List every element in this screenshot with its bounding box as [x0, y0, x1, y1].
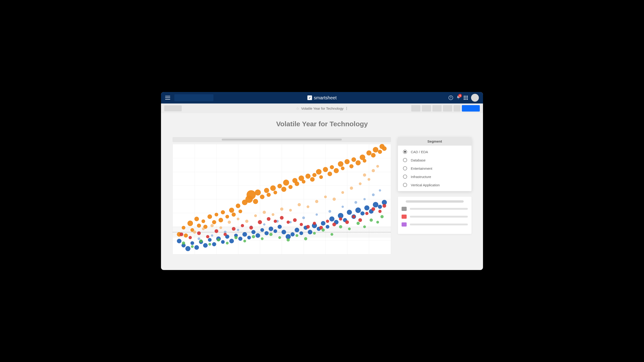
data-point[interactable]	[376, 165, 379, 168]
data-point[interactable]	[370, 218, 373, 222]
data-point[interactable]	[197, 231, 201, 235]
data-point[interactable]	[379, 189, 381, 192]
data-point[interactable]	[372, 169, 375, 172]
data-point[interactable]	[306, 206, 309, 208]
data-point[interactable]	[278, 225, 282, 229]
data-point[interactable]	[363, 159, 366, 162]
data-point[interactable]	[206, 235, 209, 238]
data-point[interactable]	[313, 232, 316, 234]
data-point[interactable]	[266, 193, 271, 197]
data-point[interactable]	[249, 226, 253, 230]
data-point[interactable]	[255, 190, 261, 196]
data-point[interactable]	[300, 231, 303, 235]
data-point[interactable]	[264, 188, 269, 193]
data-point[interactable]	[363, 174, 366, 177]
data-point[interactable]	[323, 167, 328, 172]
kebab-icon[interactable]	[346, 106, 348, 111]
data-point[interactable]	[326, 220, 329, 223]
data-point[interactable]	[208, 214, 212, 219]
data-point[interactable]	[186, 246, 190, 251]
data-point[interactable]	[197, 224, 201, 228]
data-point[interactable]	[298, 203, 301, 206]
data-point[interactable]	[256, 233, 260, 238]
data-point[interactable]	[258, 220, 262, 224]
data-point[interactable]	[295, 182, 299, 186]
data-point[interactable]	[194, 217, 199, 221]
toolbar-button-4[interactable]	[443, 105, 452, 112]
data-point[interactable]	[341, 166, 344, 170]
data-point[interactable]	[252, 235, 255, 238]
data-point[interactable]	[290, 232, 295, 236]
data-point[interactable]	[342, 206, 344, 208]
data-point[interactable]	[274, 191, 277, 194]
data-point[interactable]	[352, 157, 356, 162]
data-point[interactable]	[220, 226, 222, 229]
data-point[interactable]	[319, 175, 323, 179]
data-point[interactable]	[378, 210, 382, 213]
data-point[interactable]	[308, 230, 312, 234]
data-point[interactable]	[358, 218, 362, 222]
data-point[interactable]	[191, 245, 194, 248]
data-point[interactable]	[373, 202, 378, 208]
data-point[interactable]	[341, 191, 344, 194]
notifications-button[interactable]: 4	[456, 95, 460, 100]
toolbar-button-5[interactable]	[454, 105, 460, 112]
data-point[interactable]	[315, 200, 318, 203]
data-point[interactable]	[274, 220, 277, 223]
data-point[interactable]	[254, 214, 257, 217]
data-point[interactable]	[208, 238, 212, 242]
data-point[interactable]	[329, 216, 334, 222]
data-point[interactable]	[352, 215, 355, 218]
data-point[interactable]	[286, 238, 290, 242]
data-point[interactable]	[208, 243, 211, 246]
data-point[interactable]	[281, 187, 286, 192]
data-point[interactable]	[324, 196, 327, 198]
data-point[interactable]	[321, 221, 326, 226]
data-point[interactable]	[347, 210, 352, 215]
data-point[interactable]	[304, 237, 307, 240]
data-point[interactable]	[202, 228, 205, 230]
data-point[interactable]	[237, 218, 240, 220]
data-point[interactable]	[332, 223, 336, 226]
data-point[interactable]	[202, 220, 205, 223]
apps-icon[interactable]	[464, 96, 468, 100]
data-point[interactable]	[188, 220, 193, 226]
toolbar-button-2[interactable]	[422, 105, 431, 112]
data-point[interactable]	[241, 224, 244, 227]
data-point[interactable]	[378, 205, 382, 209]
data-point[interactable]	[376, 221, 379, 224]
data-point[interactable]	[356, 222, 360, 225]
data-point[interactable]	[224, 233, 227, 236]
data-point[interactable]	[272, 213, 274, 216]
data-point[interactable]	[296, 234, 298, 237]
data-point[interactable]	[226, 215, 229, 218]
data-point[interactable]	[242, 232, 247, 237]
segment-option-4[interactable]: Vertical Application	[403, 183, 466, 187]
star-icon[interactable]: ☆	[296, 106, 299, 110]
data-point[interactable]	[194, 245, 199, 250]
data-point[interactable]	[372, 194, 375, 196]
data-point[interactable]	[263, 211, 266, 214]
data-point[interactable]	[300, 223, 303, 226]
data-point[interactable]	[316, 169, 322, 174]
data-point[interactable]	[382, 204, 386, 208]
data-point[interactable]	[214, 229, 218, 233]
data-point[interactable]	[212, 220, 216, 224]
data-point[interactable]	[289, 209, 292, 212]
data-point[interactable]	[232, 227, 236, 231]
data-point[interactable]	[238, 237, 242, 241]
data-point[interactable]	[306, 174, 310, 179]
data-point[interactable]	[312, 173, 316, 177]
data-point[interactable]	[371, 153, 376, 158]
data-point[interactable]	[372, 207, 375, 211]
data-point[interactable]	[274, 229, 277, 233]
data-point[interactable]	[270, 185, 276, 191]
data-point[interactable]	[339, 217, 342, 220]
data-point[interactable]	[180, 232, 183, 236]
data-point[interactable]	[177, 239, 182, 243]
data-point[interactable]	[326, 225, 329, 228]
data-point[interactable]	[263, 223, 266, 226]
data-point[interactable]	[283, 180, 289, 186]
data-point[interactable]	[345, 220, 349, 224]
data-point[interactable]	[229, 239, 234, 243]
